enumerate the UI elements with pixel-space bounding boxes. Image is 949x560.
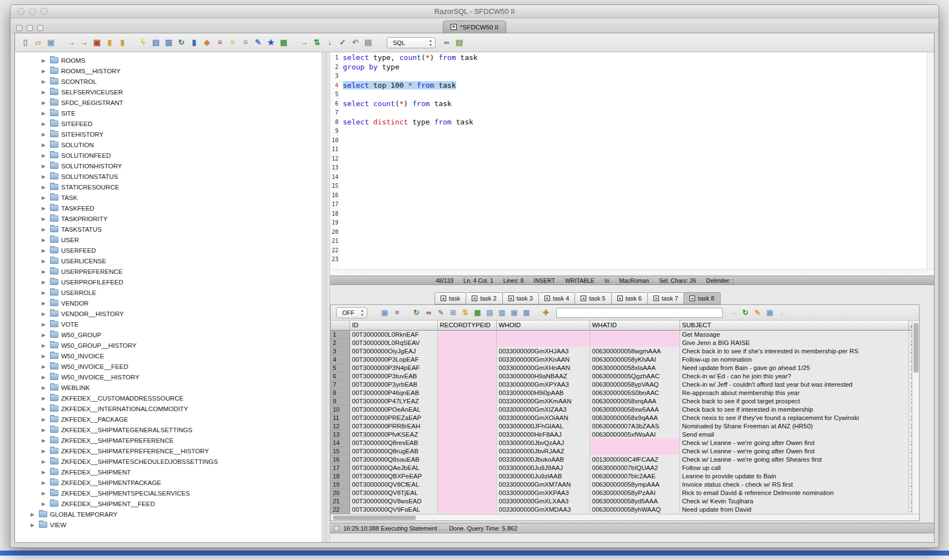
table-row[interactable]: 1100T3000000PREZaEAP0033000000GmXOiAAN00… xyxy=(331,413,912,422)
sidebar-item-zkfedex__shipment[interactable]: ▶ZKFEDEX__SHIPMENT xyxy=(15,467,322,477)
auto-commit-icon[interactable]: ∞ xyxy=(441,37,452,48)
disclosure-triangle-icon[interactable]: ▶ xyxy=(42,111,47,116)
sidebar-item-global temporary[interactable]: ▶GLOBAL TEMPORARY xyxy=(15,509,322,519)
form-view-icon[interactable]: ▥ xyxy=(497,307,507,318)
table-cell[interactable]: 00630000007blc2AAE xyxy=(590,472,680,480)
table-cell[interactable]: 006300000058xrqAAA xyxy=(590,397,680,405)
disclosure-triangle-icon[interactable]: ▶ xyxy=(42,121,47,127)
table-cell[interactable]: 00T3000000P3yrbEAB xyxy=(349,380,437,388)
results-search-input[interactable] xyxy=(556,308,723,318)
table-cell[interactable]: 006300000058yPzAAI xyxy=(590,488,680,497)
sidebar-item-solutionhistory[interactable]: ▶SOLUTIONHISTORY xyxy=(15,161,322,171)
table-cell[interactable] xyxy=(437,505,496,513)
primary-key-icon[interactable]: ✚ xyxy=(541,307,551,318)
sort-rows-icon[interactable]: ⇅ xyxy=(460,307,471,318)
sidebar-item-w50_invoice[interactable]: ▶W50_INVOICE xyxy=(15,351,322,361)
disclosure-triangle-icon[interactable]: ▶ xyxy=(31,522,36,528)
column-header-whatid[interactable]: WHATID xyxy=(590,321,680,330)
table-row[interactable]: 1200T3000000PRR8rEAH0033000000JFhGlAAL00… xyxy=(331,422,912,430)
disclosure-triangle-icon[interactable]: ▶ xyxy=(42,79,47,84)
favorites-icon[interactable]: ★ xyxy=(266,37,276,48)
table-cell[interactable] xyxy=(437,338,496,347)
grid-horizontal-scrollbar[interactable] xyxy=(331,514,919,521)
commit-icon[interactable]: ✓ xyxy=(337,37,348,48)
sidebar-item-userlicense[interactable]: ▶USERLICENSE xyxy=(15,256,322,266)
sidebar-item-user[interactable]: ▶USER xyxy=(15,234,322,245)
disclosure-triangle-icon[interactable]: ▶ xyxy=(42,332,47,338)
edit-connection-icon[interactable]: ▮ xyxy=(104,37,115,48)
disclosure-triangle-icon[interactable]: ▶ xyxy=(42,100,47,106)
table-cell[interactable]: Check-in w/ Jeff - couldn't afford last … xyxy=(680,380,908,388)
table-cell[interactable]: 00T3000000L0RknEAF xyxy=(349,330,437,338)
save-grid-icon[interactable]: ▣ xyxy=(765,307,775,318)
table-cell[interactable] xyxy=(437,463,496,472)
table-cell[interactable]: Get Massage xyxy=(680,330,908,338)
table-row[interactable]: 2100T3000000QV8wsEAD0033000000GmXLXAA300… xyxy=(331,497,912,505)
table-cell[interactable] xyxy=(437,472,496,480)
disclosure-triangle-icon[interactable]: ▶ xyxy=(42,364,47,369)
sidebar-item-sfdc_registrant[interactable]: ▶SFDC_REGISTRANT xyxy=(15,97,322,108)
connect-icon[interactable]: → xyxy=(66,37,77,48)
close-tab-icon[interactable]: × xyxy=(508,296,514,301)
table-row[interactable]: 1500T3000000Q8rugEAB0033000000JbvRJAAZCh… xyxy=(331,447,912,455)
disclosure-triangle-icon[interactable]: ▶ xyxy=(42,427,47,433)
table-row[interactable]: 2200T3000000QV9FaEAL0033000000GmXMDAA300… xyxy=(331,505,912,513)
table-cell[interactable]: 00T3000000Q8rexEAB xyxy=(349,438,437,447)
table-cell[interactable]: 00T3000000QAeJbEAL xyxy=(349,463,437,472)
column-header-whoid[interactable]: WHOID xyxy=(496,321,590,330)
describe-table-icon[interactable]: ▤ xyxy=(151,37,161,48)
table-cell[interactable]: 0033000000GmXHJAA3 xyxy=(496,347,590,355)
sql-code-area[interactable]: select type, count(*) from taskgroup by … xyxy=(340,52,927,269)
table-row[interactable]: 900T3000000P47LYEAZ0033000000GmXKmAAN006… xyxy=(331,397,912,405)
sidebar-item-zkfedex__internationalcommodity[interactable]: ▶ZKFEDEX__INTERNATIONALCOMMODITY xyxy=(15,403,322,414)
table-cell[interactable] xyxy=(437,397,496,405)
table-cell[interactable] xyxy=(437,363,496,372)
table-cell[interactable]: Need update from David xyxy=(680,505,908,513)
table-cell[interactable]: 0033000000Ju9zlAAB xyxy=(496,472,590,480)
table-cell[interactable] xyxy=(590,447,680,455)
save-file-icon[interactable]: ▣ xyxy=(46,37,56,48)
table-cell[interactable]: 006300000058wgmAAA xyxy=(590,347,680,355)
table-cell[interactable] xyxy=(437,430,496,438)
sidebar-item-view[interactable]: ▶VIEW xyxy=(15,519,322,530)
table-cell[interactable]: 006300000058ympAAA xyxy=(590,480,680,488)
tab-task-7[interactable]: ×task 7 xyxy=(648,292,684,304)
split-divider[interactable] xyxy=(322,52,330,542)
disclosure-triangle-icon[interactable]: ▶ xyxy=(42,322,47,327)
table-cell[interactable] xyxy=(590,330,680,338)
export-icon[interactable]: ≡ xyxy=(227,37,238,48)
table-cell[interactable]: 00T3000000PfvKSEAZ xyxy=(349,430,437,438)
sidebar-item-rooms__history[interactable]: ▶ROOMS__HISTORY xyxy=(15,66,322,76)
table-cell[interactable]: 00T3000000P3N4pEAF xyxy=(349,363,437,372)
row-number-header[interactable] xyxy=(331,321,349,330)
bookmarks-icon[interactable]: ◆ xyxy=(202,37,212,48)
table-cell[interactable] xyxy=(437,422,496,430)
table-cell[interactable] xyxy=(496,338,590,347)
table-row[interactable]: 600T3000000P3tuvEAB0033000000H9aNBAAZ006… xyxy=(331,372,912,380)
table-cell[interactable]: 006300000058x9qAAA xyxy=(590,413,680,422)
zoom-window-button[interactable] xyxy=(41,8,48,15)
sidebar-item-scontrol[interactable]: ▶SCONTROL xyxy=(15,76,322,87)
table-row[interactable]: 1600T3000000Q8sauEAB0033000000JbukoAAB00… xyxy=(331,455,912,463)
statement-type-select[interactable]: SQL▲▼ xyxy=(387,37,436,48)
sidebar-item-zkfedex__shipmentspecialservices[interactable]: ▶ZKFEDEX__SHIPMENTSPECIALSERVICES xyxy=(15,488,322,498)
table-row[interactable]: 1900T3000000QV8CfEAL0033000000GmXM7AAN00… xyxy=(331,480,912,488)
generate-sql-icon[interactable]: ▥ xyxy=(163,37,174,48)
table-cell[interactable]: 00T3000000QV8TjEAL xyxy=(349,488,437,497)
table-cell[interactable]: 00630000005S0bnAAC xyxy=(590,388,680,397)
table-cell[interactable]: 006300000058yhWAAQ xyxy=(590,505,680,513)
insert-row-icon[interactable]: ⊞ xyxy=(448,307,458,318)
new-file-icon[interactable]: ▯ xyxy=(20,37,31,48)
table-cell[interactable]: Rick to email David & reference Delmonte… xyxy=(680,488,908,497)
connection-tab[interactable]: × *SFDCW50 II xyxy=(443,21,506,33)
table-cell[interactable]: 0033000000GmXHnAAN xyxy=(496,363,590,372)
table-cell[interactable]: 0033000000GmXLXAA3 xyxy=(496,497,590,505)
table-cell[interactable]: 006300000058xlaAAA xyxy=(590,363,680,372)
sidebar-item-userfeed[interactable]: ▶USERFEED xyxy=(15,245,322,256)
table-cell[interactable]: 0033000000JbukoAAB xyxy=(496,455,590,463)
table-cell[interactable] xyxy=(437,480,496,488)
disclosure-triangle-icon[interactable]: ▶ xyxy=(42,227,47,232)
grid-vertical-scrollbar[interactable] xyxy=(912,321,919,514)
disclosure-triangle-icon[interactable]: ▶ xyxy=(42,258,47,264)
grid-vscroll-thumb[interactable] xyxy=(913,323,918,373)
